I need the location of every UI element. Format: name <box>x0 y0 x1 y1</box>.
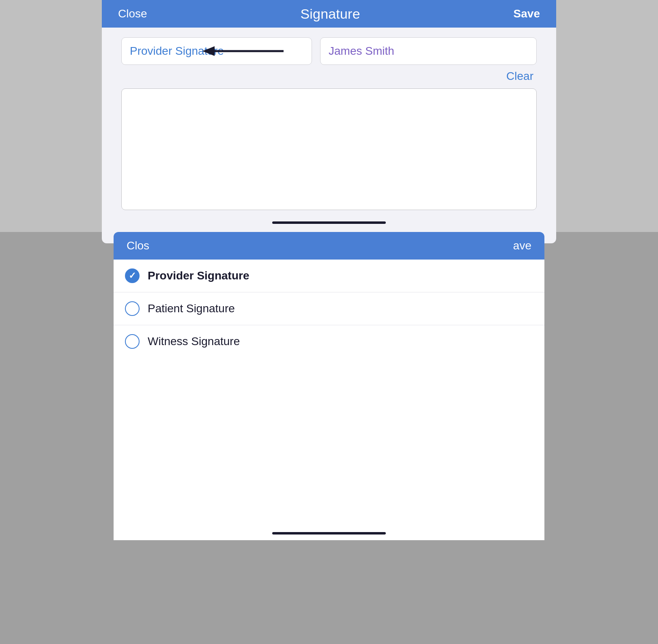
dropdown-modal: Clos ave ✓ Provider Signature Patient Si… <box>114 232 544 540</box>
radio-witness[interactable] <box>125 334 140 349</box>
checkmark-icon: ✓ <box>129 270 136 281</box>
field-row: Provider Signature James Smith <box>121 37 537 65</box>
clear-button[interactable]: Clear <box>503 68 537 84</box>
dropdown-close-button[interactable]: Clos <box>127 239 149 252</box>
dropdown-save-button[interactable]: ave <box>513 239 531 252</box>
arrow-annotation <box>194 43 288 59</box>
clear-row: Clear <box>121 68 537 84</box>
signer-name-value: James Smith <box>329 45 394 58</box>
save-button[interactable]: Save <box>510 6 543 22</box>
dropdown-nav: Clos ave <box>114 232 544 260</box>
option-patient-label: Patient Signature <box>148 302 235 315</box>
home-indicator <box>121 218 537 229</box>
svg-marker-1 <box>202 46 215 56</box>
dropdown-empty-space <box>114 358 544 528</box>
list-item[interactable]: Witness Signature <box>114 325 544 358</box>
option-provider-label: Provider Signature <box>148 269 249 282</box>
dropdown-home-indicator <box>114 528 544 540</box>
close-button[interactable]: Close <box>115 6 151 22</box>
radio-provider[interactable]: ✓ <box>125 268 140 283</box>
radio-patient[interactable] <box>125 301 140 316</box>
signature-modal: Close Signature Save Provider Signature … <box>102 0 556 243</box>
home-bar <box>272 221 386 224</box>
list-item[interactable]: ✓ Provider Signature <box>114 260 544 292</box>
dropdown-list: ✓ Provider Signature Patient Signature W… <box>114 260 544 358</box>
modal-title: Signature <box>300 6 360 22</box>
option-witness-label: Witness Signature <box>148 335 240 348</box>
nav-bar: Close Signature Save <box>102 0 556 28</box>
modal-content: Provider Signature James Smith Clear <box>102 28 556 243</box>
list-item[interactable]: Patient Signature <box>114 292 544 325</box>
signer-name-field[interactable]: James Smith <box>320 37 537 65</box>
dropdown-home-bar <box>272 532 386 535</box>
signature-canvas[interactable] <box>121 88 537 210</box>
